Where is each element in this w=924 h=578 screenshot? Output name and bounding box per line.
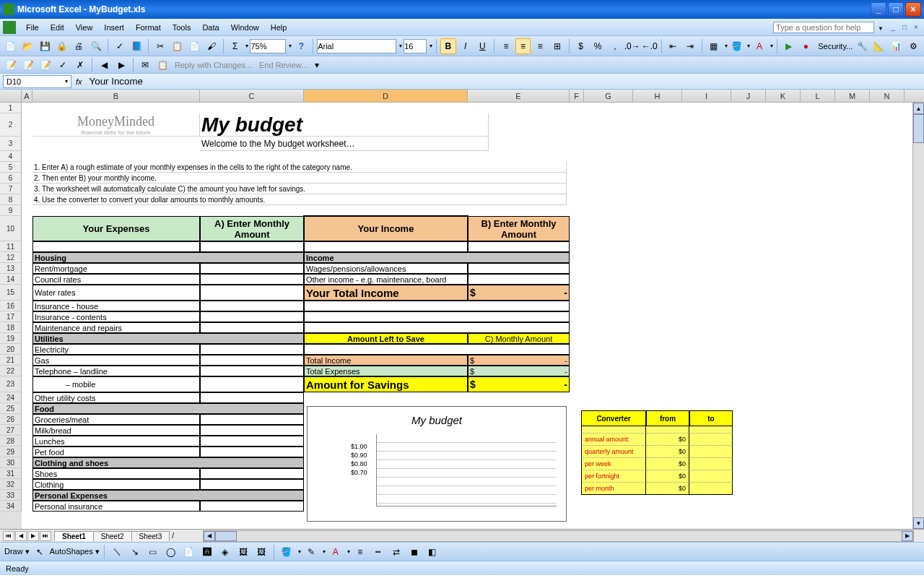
c27[interactable] bbox=[200, 425, 304, 436]
row-1[interactable]: 1 bbox=[0, 103, 22, 113]
rev-btn4-icon[interactable]: ✓ bbox=[55, 57, 71, 73]
rev-btn5-icon[interactable]: ✗ bbox=[72, 57, 88, 73]
rev-mail-icon[interactable]: ✉ bbox=[137, 57, 153, 73]
cell-petfood[interactable]: Pet food bbox=[32, 447, 200, 457]
cell-council-amt[interactable] bbox=[200, 274, 304, 285]
cell-clothing[interactable]: Clothing bbox=[32, 479, 200, 490]
cell-c11[interactable] bbox=[200, 241, 304, 252]
macro-record-icon[interactable]: ● bbox=[798, 38, 814, 54]
percent-icon[interactable]: % bbox=[590, 38, 606, 54]
c24[interactable] bbox=[200, 392, 304, 403]
row-10[interactable]: 10 bbox=[0, 216, 22, 241]
col-D[interactable]: D bbox=[304, 90, 468, 102]
cell-total-income[interactable]: Your Total Income bbox=[304, 285, 468, 301]
col-J[interactable]: J bbox=[731, 90, 766, 102]
cell-d11[interactable] bbox=[304, 241, 468, 252]
dec-decimal-icon[interactable]: ←.0 bbox=[642, 38, 658, 54]
c32[interactable] bbox=[200, 479, 304, 490]
3d-icon[interactable]: ◧ bbox=[424, 544, 440, 560]
row-clothing[interactable]: Clothing and shoes bbox=[32, 457, 304, 468]
comma-icon[interactable]: , bbox=[607, 38, 623, 54]
row-8[interactable]: 8 bbox=[0, 194, 22, 205]
row-5[interactable]: 5 bbox=[0, 162, 22, 173]
col-K[interactable]: K bbox=[766, 90, 801, 102]
draw-menu[interactable]: Draw ▾ bbox=[4, 547, 30, 556]
align-center-icon[interactable]: ≡ bbox=[515, 38, 531, 54]
arrowstyle-icon[interactable]: ⇄ bbox=[388, 544, 404, 560]
italic-icon[interactable]: I bbox=[458, 38, 474, 54]
cell-gas[interactable]: Gas bbox=[32, 355, 200, 366]
hdr-amount-a[interactable]: A) Enter Monthly Amount bbox=[200, 216, 304, 241]
conv-r4-from[interactable]: $0 bbox=[646, 470, 689, 483]
clipart-icon[interactable]: 🖼 bbox=[235, 544, 251, 560]
maximize-button[interactable]: □ bbox=[888, 2, 904, 17]
cell-telmob[interactable]: – mobile bbox=[32, 376, 200, 392]
c31[interactable] bbox=[200, 468, 304, 479]
tab-sheet3[interactable]: Sheet3 bbox=[131, 531, 170, 541]
cell-water[interactable]: Water rates bbox=[32, 285, 200, 301]
hdr-amount-b[interactable]: B) Enter Monthly Amount bbox=[468, 216, 570, 241]
cell-otherutil[interactable]: Other utility costs bbox=[32, 392, 200, 403]
linecolor-icon[interactable]: ✎ bbox=[303, 544, 319, 560]
cell-groc[interactable]: Groceries/meat bbox=[32, 414, 200, 425]
line-icon[interactable]: ＼ bbox=[109, 544, 125, 560]
menu-insert[interactable]: Insert bbox=[98, 23, 130, 32]
c34[interactable] bbox=[200, 501, 304, 512]
wordart-icon[interactable]: 🅰 bbox=[199, 544, 215, 560]
cell-council[interactable]: Council rates bbox=[32, 274, 200, 285]
zoom-combo[interactable] bbox=[250, 39, 286, 53]
design-icon[interactable]: 📊 bbox=[889, 38, 905, 54]
cell-lunch[interactable]: Lunches bbox=[32, 436, 200, 447]
conv-r5-from[interactable]: $0 bbox=[646, 483, 689, 495]
row-2[interactable]: 2 bbox=[0, 113, 22, 137]
cell-inshouse[interactable]: Insurance - house bbox=[32, 301, 200, 311]
cell-amtsave[interactable]: Amount Left to Save bbox=[304, 333, 468, 344]
save-icon[interactable]: 💾 bbox=[37, 38, 53, 54]
cell-wages[interactable]: Wages/pensions/allowances bbox=[304, 263, 468, 274]
dec-indent-icon[interactable]: ⇤ bbox=[666, 38, 681, 54]
col-M[interactable]: M bbox=[835, 90, 870, 102]
c26[interactable] bbox=[200, 414, 304, 425]
help-icon[interactable]: ? bbox=[293, 38, 309, 54]
col-I[interactable]: I bbox=[682, 90, 731, 102]
fontcolor2-icon[interactable]: A bbox=[328, 544, 344, 560]
tab-sheet2[interactable]: Sheet2 bbox=[93, 531, 132, 541]
hdr-income[interactable]: Your Income bbox=[304, 216, 468, 241]
formula-input[interactable] bbox=[87, 75, 921, 88]
bold-icon[interactable]: B bbox=[440, 38, 456, 54]
row-20[interactable]: 20 bbox=[0, 344, 22, 355]
scroll-down-icon[interactable]: ▼ bbox=[913, 517, 924, 529]
c16[interactable] bbox=[200, 301, 304, 311]
chart-mybudget[interactable]: My budget $1.00 $0.90 $0.80 $0.70 bbox=[307, 406, 567, 522]
cell-telland[interactable]: Telephone – landline bbox=[32, 366, 200, 376]
tab-sheet1[interactable]: Sheet1 bbox=[54, 531, 94, 541]
rev-prev-icon[interactable]: ◀ bbox=[96, 57, 112, 73]
tab-prev-icon[interactable]: ◀ bbox=[15, 531, 27, 541]
scroll-up-icon[interactable]: ▲ bbox=[913, 103, 924, 114]
row-3[interactable]: 3 bbox=[0, 137, 22, 151]
row-housing[interactable]: Housing bbox=[32, 252, 304, 263]
select-icon[interactable]: ↖ bbox=[32, 544, 48, 560]
doc-restore-button[interactable]: □ bbox=[899, 22, 910, 33]
row-30[interactable]: 30 bbox=[0, 457, 22, 468]
hdr-expenses[interactable]: Your Expenses bbox=[32, 216, 200, 241]
menu-file[interactable]: File bbox=[20, 23, 45, 32]
c21[interactable] bbox=[200, 355, 304, 366]
row-19[interactable]: 19 bbox=[0, 333, 22, 344]
col-C[interactable]: C bbox=[200, 90, 304, 102]
copy-icon[interactable]: 📋 bbox=[170, 38, 186, 54]
row-14[interactable]: 14 bbox=[0, 274, 22, 285]
rev-btn3-icon[interactable]: 📝 bbox=[38, 57, 53, 73]
tab-last-icon[interactable]: ⏭ bbox=[40, 531, 51, 541]
c18[interactable] bbox=[200, 322, 304, 333]
worksheet[interactable]: 1 2 3 4 5 6 7 8 9 10 11 12 13 14 15 16 1… bbox=[0, 103, 924, 529]
conv-r2-to[interactable] bbox=[689, 446, 733, 458]
row-31[interactable]: 31 bbox=[0, 468, 22, 479]
toolbox-icon[interactable]: 🔧 bbox=[854, 38, 870, 54]
menu-data[interactable]: Data bbox=[196, 23, 225, 32]
de17[interactable] bbox=[304, 311, 570, 322]
rev-next-icon[interactable]: ▶ bbox=[113, 57, 129, 73]
conv-r3-to[interactable] bbox=[689, 458, 733, 470]
rev-btn2-icon[interactable]: 📝 bbox=[20, 57, 36, 73]
inc-decimal-icon[interactable]: .0→ bbox=[624, 38, 640, 54]
